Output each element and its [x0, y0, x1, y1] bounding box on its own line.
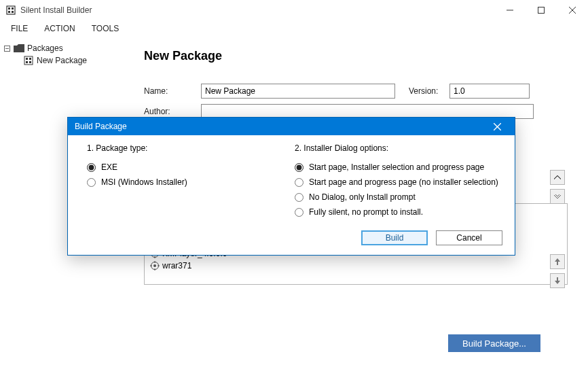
folder-icon [14, 43, 24, 53]
build-button[interactable]: Build [361, 230, 428, 245]
app-title: Silent Install Builder [20, 5, 92, 15]
tree-item-label: New Package [37, 56, 87, 65]
installer-item[interactable]: wrar371 [145, 260, 567, 272]
svg-rect-12 [26, 58, 28, 60]
radio-opt3[interactable]: No Dialog, only Install prompt [295, 190, 502, 205]
name-input[interactable] [201, 84, 395, 99]
svg-rect-11 [24, 56, 33, 65]
radio-exe-input[interactable] [87, 163, 96, 172]
titlebar: Silent Install Builder [0, 0, 588, 20]
radio-opt2-label: Start page and progress page (no install… [309, 177, 498, 187]
svg-rect-15 [29, 61, 31, 63]
gear-icon [150, 261, 160, 270]
author-label: Author: [144, 107, 201, 116]
package-icon [23, 56, 34, 65]
version-label: Version: [409, 86, 449, 96]
menu-file[interactable]: FILE [4, 21, 35, 36]
window-controls [494, 0, 588, 20]
side-buttons [550, 170, 565, 204]
radio-opt1-label: Start page, Installer selection and prog… [309, 162, 484, 172]
radio-opt3-input[interactable] [295, 193, 304, 202]
menu-tools[interactable]: TOOLS [85, 21, 126, 36]
tree-item[interactable]: New Package [4, 54, 126, 67]
dialog-options-group: 2. Installer Dialog options: Start page,… [295, 143, 502, 220]
radio-opt4-label: Fully silent, no prompt to install. [309, 207, 423, 217]
package-type-group: 1. Package type: EXE MSI (Windows Instal… [87, 143, 295, 220]
move-down-button[interactable] [550, 273, 565, 288]
expand-up-button[interactable] [550, 170, 565, 185]
radio-opt2-input[interactable] [295, 178, 304, 187]
svg-rect-6 [538, 7, 545, 14]
radio-opt4[interactable]: Fully silent, no prompt to install. [295, 205, 502, 220]
maximize-button[interactable] [526, 0, 557, 20]
radio-exe-label: EXE [101, 162, 117, 172]
tree-root[interactable]: Packages [4, 42, 126, 54]
move-up-button[interactable] [550, 254, 565, 269]
package-type-heading: 1. Package type: [87, 143, 295, 153]
svg-rect-2 [12, 7, 14, 10]
svg-rect-0 [7, 6, 15, 14]
menubar: FILE ACTION TOOLS [0, 20, 588, 37]
svg-point-23 [153, 264, 156, 267]
radio-msi[interactable]: MSI (Windows Installer) [87, 175, 295, 190]
radio-exe[interactable]: EXE [87, 160, 295, 175]
build-package-button[interactable]: Build Package... [448, 334, 540, 352]
app-icon [5, 5, 16, 16]
radio-msi-label: MSI (Windows Installer) [101, 177, 187, 187]
cancel-button[interactable]: Cancel [436, 230, 502, 245]
menu-action[interactable]: ACTION [37, 21, 81, 36]
installer-item-label: wrar371 [162, 261, 191, 270]
page-title: New Package [144, 49, 568, 63]
svg-rect-1 [8, 7, 10, 10]
expand-down-button[interactable] [550, 189, 565, 204]
build-package-dialog: Build Package 1. Package type: EXE MSI (… [67, 117, 515, 256]
radio-msi-input[interactable] [87, 178, 96, 187]
radio-opt1[interactable]: Start page, Installer selection and prog… [295, 160, 502, 175]
radio-opt1-input[interactable] [295, 163, 304, 172]
dialog-titlebar[interactable]: Build Package [68, 118, 515, 135]
tree-root-label: Packages [27, 43, 63, 53]
updown-buttons [550, 254, 565, 288]
dialog-footer: Build Cancel [68, 230, 515, 255]
collapse-icon[interactable] [4, 46, 11, 52]
radio-opt4-input[interactable] [295, 208, 304, 217]
svg-rect-4 [12, 11, 14, 13]
dialog-options-heading: 2. Installer Dialog options: [295, 143, 502, 153]
radio-opt3-label: No Dialog, only Install prompt [309, 192, 416, 202]
name-label: Name: [144, 86, 201, 96]
radio-opt2[interactable]: Start page and progress page (no install… [295, 175, 502, 190]
svg-rect-3 [8, 11, 10, 13]
dialog-title: Build Package [75, 122, 127, 131]
svg-rect-14 [26, 61, 28, 63]
svg-rect-13 [29, 58, 31, 60]
dialog-body: 1. Package type: EXE MSI (Windows Instal… [68, 135, 515, 230]
close-button[interactable] [557, 0, 588, 20]
dialog-close-button[interactable] [483, 118, 511, 135]
version-input[interactable] [449, 84, 530, 99]
form-row-name: Name: Version: [144, 84, 568, 99]
minimize-button[interactable] [494, 0, 526, 20]
